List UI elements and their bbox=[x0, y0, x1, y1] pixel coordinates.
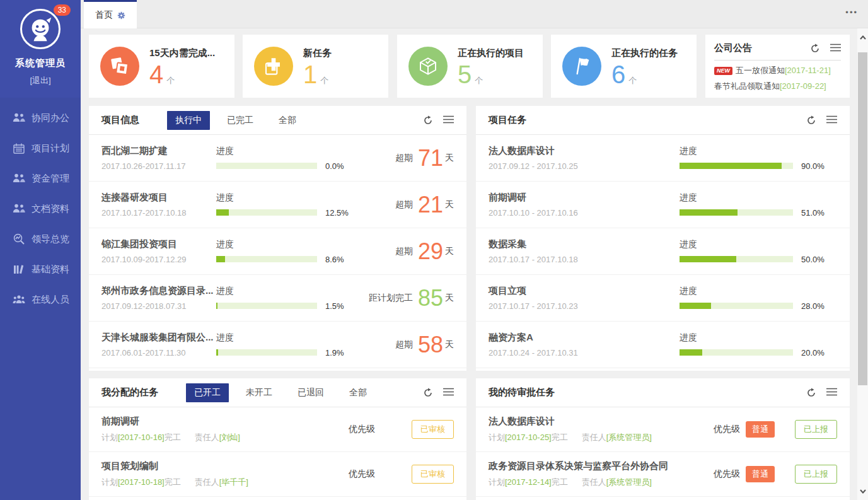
approval-task-row[interactable]: 法人数据库设计 计划[2017-10-25]完工责任人[系统管理员] 优先级 普… bbox=[476, 407, 850, 452]
task-dates: 2017.10.17 - 2017.10.18 bbox=[489, 255, 680, 264]
responsible-prefix: 责任人 bbox=[195, 477, 219, 487]
task-dates: 2017.10.17 - 2017.10.23 bbox=[489, 301, 680, 311]
progress-label: 进度 bbox=[216, 192, 349, 204]
tab-all[interactable]: 全部 bbox=[270, 111, 304, 130]
status-label: 超期 bbox=[395, 339, 413, 351]
task-row[interactable]: 法人数据库设计 2017.09.12 - 2017.10.25 进度 90.0% bbox=[476, 135, 850, 182]
scroll-up-arrow-icon[interactable] bbox=[857, 32, 868, 42]
refresh-icon[interactable] bbox=[810, 44, 821, 54]
progress-bar bbox=[216, 303, 317, 309]
sidebar-item-funds[interactable]: 资金管理 bbox=[0, 163, 81, 194]
priority-label: 优先级 bbox=[349, 468, 375, 480]
menu-icon[interactable] bbox=[830, 44, 841, 54]
announcement-title: 五一放假通知 bbox=[736, 66, 785, 75]
task-name: 法人数据库设计 bbox=[489, 145, 680, 157]
progress-label: 进度 bbox=[680, 146, 837, 157]
panel-header: 我分配的任务 已开工 未开工 已退回 全部 bbox=[89, 378, 466, 407]
announcement-date: [2017-09-22] bbox=[780, 81, 826, 91]
announcement-title: 春节礼品领取通知 bbox=[714, 81, 780, 91]
stat-card-due-15-days[interactable]: 15天内需完成... 4 个 bbox=[89, 35, 234, 98]
project-name: 天津长城服装集团有限公... bbox=[101, 332, 216, 344]
logout-link[interactable]: [退出] bbox=[0, 75, 81, 86]
sidebar-item-collaboration[interactable]: 协同办公 bbox=[0, 103, 81, 133]
progress-bar bbox=[680, 209, 793, 216]
menu-icon[interactable] bbox=[826, 388, 837, 398]
gear-icon[interactable] bbox=[117, 11, 125, 20]
project-row[interactable]: 锦江集团投资项目 2017.10.09-2017.12.29 进度 8.6% 超… bbox=[89, 228, 466, 275]
project-dates: 2017.10.09-2017.12.29 bbox=[101, 255, 216, 264]
refresh-icon[interactable] bbox=[806, 115, 817, 125]
scroll-down-arrow-icon[interactable] bbox=[857, 486, 868, 496]
project-name: 锦江集团投资项目 bbox=[101, 238, 216, 250]
reported-button[interactable]: 已上报 bbox=[795, 465, 837, 484]
tab-not-started[interactable]: 未开工 bbox=[238, 383, 281, 402]
announcement-item[interactable]: 春节礼品领取通知[2017-09-22] bbox=[714, 81, 841, 92]
tab-all[interactable]: 全部 bbox=[341, 383, 375, 402]
assigned-task-row[interactable]: 项目策划编制 计划[2017-10-18]完工责任人[毕千千] 优先级 已审核 bbox=[89, 452, 466, 497]
project-name: 连接器研发项目 bbox=[101, 192, 216, 204]
assigned-task-row[interactable]: 前期调研 计划[2017-10-16]完工责任人[刘灿] 优先级 已审核 bbox=[89, 407, 466, 452]
approval-task-row[interactable]: 政务资源目录体系决策与监察平台外协合同 计划[2017-12-14]完工责任人[… bbox=[476, 452, 850, 497]
sidebar-item-label: 基础资料 bbox=[32, 264, 69, 276]
task-row[interactable]: 项目立项 2017.10.17 - 2017.10.23 进度 28.0% bbox=[476, 275, 850, 322]
menu-icon[interactable] bbox=[826, 115, 837, 125]
scrollbar-thumb[interactable] bbox=[858, 52, 867, 385]
days-count: 58 bbox=[418, 334, 443, 356]
announcement-item[interactable]: NEW五一放假通知[2017-11-21] bbox=[714, 65, 841, 76]
project-row[interactable]: 西北湖二期扩建 2017.10.26-2017.11.17 进度 0.0% 超期… bbox=[89, 135, 466, 182]
task-row[interactable]: 前期调研 2017.10.10 - 2017.10.16 进度 51.0% bbox=[476, 182, 850, 228]
sidebar-item-project-plan[interactable]: 项目计划 bbox=[0, 133, 81, 163]
project-row[interactable]: 郑州市政务信息资源目录... 2017.09.12-2018.07.31 进度 … bbox=[89, 275, 466, 322]
menu-icon[interactable] bbox=[443, 115, 454, 125]
progress-bar bbox=[680, 256, 793, 262]
tab-returned[interactable]: 已退回 bbox=[289, 383, 332, 402]
refresh-icon[interactable] bbox=[423, 388, 434, 398]
sidebar-item-label: 在线人员 bbox=[32, 294, 69, 306]
username: 系统管理员 bbox=[0, 57, 81, 69]
task-row[interactable]: 数据采集 2017.10.17 - 2017.10.18 进度 50.0% bbox=[476, 228, 850, 275]
sidebar-item-documents[interactable]: 文档资料 bbox=[0, 194, 81, 224]
approval-tasks-panel: 我的待审批任务 法人数据库设计 计划[2017-10-25]完工责任人[系统管理… bbox=[476, 378, 850, 500]
tab-completed[interactable]: 已完工 bbox=[219, 111, 262, 130]
stat-card-new-tasks[interactable]: 新任务 1 个 bbox=[243, 35, 388, 98]
sidebar-item-leader-overview[interactable]: 领导总览 bbox=[0, 224, 81, 254]
project-dates: 2017.10.26-2017.11.17 bbox=[101, 161, 216, 171]
progress-label: 进度 bbox=[216, 286, 344, 297]
project-row[interactable]: 连接器研发项目 2017.10.17-2017.10.18 进度 12.5% 超… bbox=[89, 182, 466, 228]
tab-started[interactable]: 已开工 bbox=[186, 383, 229, 402]
notification-badge[interactable]: 33 bbox=[54, 4, 71, 16]
reported-button[interactable]: 已上报 bbox=[795, 420, 837, 439]
new-badge: NEW bbox=[714, 67, 732, 75]
menu-icon[interactable] bbox=[443, 388, 454, 398]
plan-prefix: 计划 bbox=[489, 477, 505, 487]
sidebar-item-base-data[interactable]: 基础资料 bbox=[0, 254, 81, 284]
panel-title: 我的待审批任务 bbox=[489, 387, 555, 398]
tab-in-progress[interactable]: 执行中 bbox=[167, 111, 210, 130]
stat-unit: 个 bbox=[475, 75, 483, 86]
overlap-squares-icon bbox=[100, 47, 139, 86]
more-tabs-menu[interactable]: ••• bbox=[845, 8, 858, 17]
vertical-scrollbar[interactable] bbox=[857, 28, 868, 500]
status-label: 距计划完工 bbox=[369, 293, 413, 304]
progress-percent: 28.0% bbox=[801, 301, 825, 311]
refresh-icon[interactable] bbox=[806, 388, 817, 398]
task-dates: 2017.09.12 - 2017.10.25 bbox=[489, 161, 680, 171]
project-row[interactable]: 天津长城服装集团有限公... 2017.06.01-2017.11.30 进度 … bbox=[89, 322, 466, 368]
avatar[interactable] bbox=[20, 9, 61, 49]
plan-date: [2017-12-14] bbox=[505, 477, 552, 487]
refresh-icon[interactable] bbox=[423, 115, 434, 125]
online-users-icon bbox=[13, 294, 25, 305]
sidebar-item-label: 项目计划 bbox=[32, 142, 69, 154]
panel-title: 我分配的任务 bbox=[101, 387, 158, 398]
sidebar-item-online-users[interactable]: 在线人员 bbox=[0, 284, 81, 315]
stat-card-active-tasks[interactable]: 正在执行的任务 6 个 bbox=[551, 35, 697, 98]
sidebar-menu: 协同办公 项目计划 资金管理 文档资料 领导总览 bbox=[0, 103, 81, 315]
plus-icon bbox=[254, 47, 293, 86]
task-row[interactable]: 融资方案A 2017.10.24 - 2017.10.31 进度 20.0% bbox=[476, 322, 850, 368]
reviewed-button[interactable]: 已审核 bbox=[412, 420, 454, 439]
tab-home[interactable]: 首页 bbox=[84, 0, 137, 28]
stat-card-active-projects[interactable]: 正在执行的项目 5 个 bbox=[397, 35, 543, 98]
reviewed-button[interactable]: 已审核 bbox=[412, 465, 454, 484]
progress-label: 进度 bbox=[216, 239, 344, 250]
plan-date: [2017-10-25] bbox=[505, 433, 552, 442]
